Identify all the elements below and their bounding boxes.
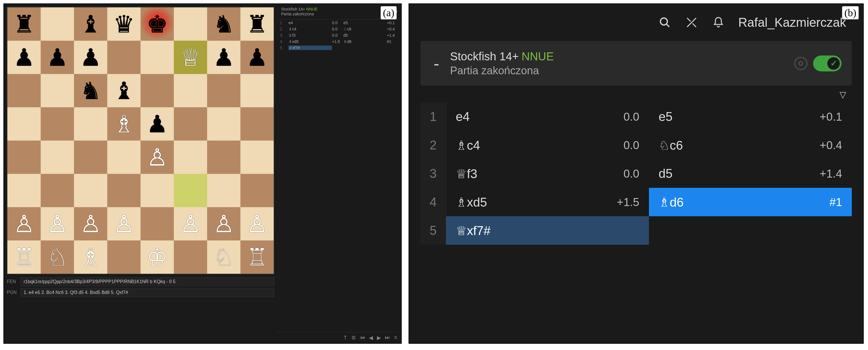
square-a4[interactable] xyxy=(7,140,41,174)
square-a5[interactable] xyxy=(7,107,41,140)
square-d7[interactable] xyxy=(107,41,141,74)
black-move[interactable]: e5 xyxy=(343,21,387,25)
piece-wp[interactable]: ♙ xyxy=(213,212,235,236)
square-e4[interactable]: ♙ xyxy=(141,140,174,174)
square-g5[interactable] xyxy=(207,107,240,140)
piece-wp[interactable]: ♙ xyxy=(180,212,201,236)
square-e6[interactable] xyxy=(141,74,174,107)
piece-bb[interactable]: ♝ xyxy=(113,79,134,103)
control-button[interactable]: ⚙ xyxy=(351,335,356,341)
square-b4[interactable] xyxy=(41,140,74,174)
piece-bn[interactable]: ♞ xyxy=(213,12,235,36)
square-f8[interactable] xyxy=(174,7,207,41)
black-move[interactable]: ♗d6 xyxy=(343,39,387,44)
square-f7[interactable]: ♕ xyxy=(174,41,207,74)
square-a1[interactable]: ♖ xyxy=(7,241,41,274)
white-move-cell[interactable]: ♗c40.0 xyxy=(446,131,649,159)
square-h5[interactable] xyxy=(240,107,274,140)
collapse-chevron-icon[interactable]: ▽ xyxy=(409,86,863,100)
square-c6[interactable]: ♞ xyxy=(74,74,107,107)
square-a7[interactable]: ♟ xyxy=(7,41,41,74)
bell-icon[interactable] xyxy=(712,15,725,29)
square-e8[interactable]: ♚ xyxy=(141,7,174,41)
piece-wr[interactable]: ♖ xyxy=(246,245,268,269)
square-e2[interactable] xyxy=(141,207,174,241)
white-move-cell[interactable]: ♗xd5+1.5 xyxy=(446,188,649,216)
engine-collapse-icon[interactable]: - xyxy=(431,54,442,73)
square-g1[interactable]: ♘ xyxy=(207,241,240,274)
square-a8[interactable]: ♜ xyxy=(7,7,41,41)
square-b1[interactable]: ♘ xyxy=(41,241,74,274)
square-c4[interactable] xyxy=(74,140,107,174)
black-move-cell[interactable]: e5+0.1 xyxy=(649,102,852,131)
piece-wp[interactable]: ♙ xyxy=(147,146,168,169)
white-move-cell[interactable]: e40.0 xyxy=(446,102,649,131)
piece-br[interactable]: ♜ xyxy=(13,12,35,36)
black-move-cell[interactable]: ♗d6#1 xyxy=(649,188,852,216)
piece-bp[interactable]: ♟ xyxy=(46,45,68,69)
control-button[interactable]: ≡ xyxy=(394,335,397,341)
white-move[interactable]: ♗xd5 xyxy=(288,39,332,44)
target-icon[interactable] xyxy=(794,57,807,70)
square-a3[interactable] xyxy=(7,174,41,207)
black-move-cell[interactable]: ♘c6+0.4 xyxy=(649,131,852,159)
square-e7[interactable] xyxy=(141,41,174,74)
chess-board[interactable]: ♜♝♛♚♞♜♟♟♟♕♟♟♞♝♗♟♙♙♙♙♙♙♙♙♖♘♗♔♘♖ xyxy=(7,7,274,274)
black-move[interactable]: d5 xyxy=(343,33,387,38)
square-c5[interactable] xyxy=(74,107,107,140)
piece-br[interactable]: ♜ xyxy=(246,12,268,36)
piece-bp[interactable]: ♟ xyxy=(147,112,168,136)
square-d6[interactable]: ♝ xyxy=(107,74,141,107)
control-button[interactable]: ⏮ xyxy=(360,335,365,341)
piece-wp[interactable]: ♙ xyxy=(246,212,268,236)
piece-wr[interactable]: ♖ xyxy=(13,245,35,269)
piece-bq[interactable]: ♛ xyxy=(113,12,134,36)
username[interactable]: Rafal_Kazmierczak xyxy=(738,15,846,30)
search-icon[interactable] xyxy=(658,15,672,29)
piece-bp[interactable]: ♟ xyxy=(13,45,35,69)
piece-bb[interactable]: ♝ xyxy=(80,12,101,36)
square-h7[interactable]: ♟ xyxy=(240,41,274,74)
square-h2[interactable]: ♙ xyxy=(240,207,274,241)
square-g6[interactable] xyxy=(207,74,240,107)
square-a6[interactable] xyxy=(7,74,41,107)
engine-toggle[interactable] xyxy=(813,56,841,71)
piece-bp[interactable]: ♟ xyxy=(246,45,268,69)
square-d2[interactable]: ♙ xyxy=(107,207,141,241)
piece-wq[interactable]: ♕ xyxy=(180,45,201,69)
square-h3[interactable] xyxy=(240,174,274,207)
piece-bn[interactable]: ♞ xyxy=(80,79,101,103)
white-move[interactable]: ♗c4 xyxy=(288,27,332,31)
square-h1[interactable]: ♖ xyxy=(240,241,274,274)
piece-bp[interactable]: ♟ xyxy=(80,45,101,69)
square-b7[interactable]: ♟ xyxy=(41,41,74,74)
square-d1[interactable] xyxy=(107,241,141,274)
piece-wp[interactable]: ♙ xyxy=(46,212,68,236)
piece-wp[interactable]: ♙ xyxy=(113,212,134,236)
piece-wb[interactable]: ♗ xyxy=(80,245,101,269)
square-c8[interactable]: ♝ xyxy=(74,7,107,41)
control-button[interactable]: ⤒ xyxy=(343,335,347,341)
square-g8[interactable]: ♞ xyxy=(207,7,240,41)
square-e5[interactable]: ♟ xyxy=(141,107,174,140)
square-d3[interactable] xyxy=(107,174,141,207)
pgn-input[interactable] xyxy=(21,288,274,297)
square-g3[interactable] xyxy=(207,174,240,207)
square-f3[interactable] xyxy=(174,174,207,207)
piece-bp[interactable]: ♟ xyxy=(213,45,235,69)
square-d5[interactable]: ♗ xyxy=(107,107,141,140)
white-move-cell[interactable]: ♕f30.0 xyxy=(446,159,649,188)
square-f5[interactable] xyxy=(174,107,207,140)
square-b8[interactable] xyxy=(41,7,74,41)
black-move-cell[interactable] xyxy=(649,216,852,245)
white-move-cell[interactable]: ♕xf7# xyxy=(446,216,649,245)
control-button[interactable]: ⏭ xyxy=(385,335,390,341)
square-b3[interactable] xyxy=(41,174,74,207)
square-g2[interactable]: ♙ xyxy=(207,207,240,241)
square-h8[interactable]: ♜ xyxy=(240,7,274,41)
white-move[interactable]: ♕f3 xyxy=(288,33,332,38)
square-a2[interactable]: ♙ xyxy=(7,207,41,241)
square-b2[interactable]: ♙ xyxy=(41,207,74,241)
piece-wp[interactable]: ♙ xyxy=(80,212,101,236)
control-button[interactable]: ◀ xyxy=(369,335,373,341)
